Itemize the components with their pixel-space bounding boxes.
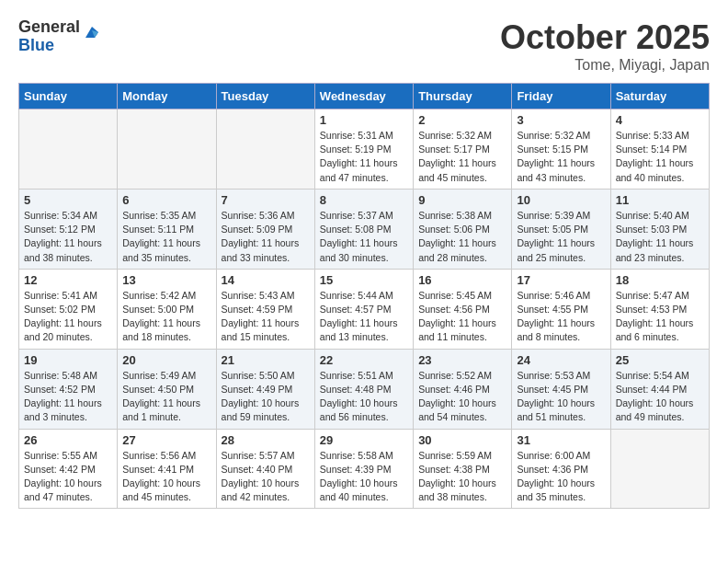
day-number: 28 [222,433,310,447]
day-header-tuesday: Tuesday [216,84,314,109]
page-header: General Blue October 2025 Tome, Miyagi, … [18,18,710,74]
calendar-cell: 23Sunrise: 5:52 AM Sunset: 4:46 PM Dayli… [414,349,512,429]
week-row-1: 1Sunrise: 5:31 AM Sunset: 5:19 PM Daylig… [19,109,710,190]
day-header-friday: Friday [512,84,610,109]
calendar-cell: 22Sunrise: 5:51 AM Sunset: 4:48 PM Dayli… [314,349,413,429]
day-number: 10 [517,193,605,207]
calendar-cell: 2Sunrise: 5:32 AM Sunset: 5:17 PM Daylig… [414,109,512,190]
day-info: Sunrise: 5:50 AM Sunset: 4:49 PM Dayligh… [222,369,310,425]
day-number: 18 [616,273,704,287]
day-number: 8 [320,193,408,207]
week-row-2: 5Sunrise: 5:34 AM Sunset: 5:12 PM Daylig… [19,189,710,269]
day-info: Sunrise: 5:57 AM Sunset: 4:40 PM Dayligh… [222,449,310,505]
calendar-cell: 6Sunrise: 5:35 AM Sunset: 5:11 PM Daylig… [118,189,216,269]
day-info: Sunrise: 5:35 AM Sunset: 5:11 PM Dayligh… [122,209,210,265]
day-header-saturday: Saturday [610,84,709,109]
logo-blue-text: Blue [18,37,80,55]
day-number: 14 [222,273,310,287]
day-info: Sunrise: 5:53 AM Sunset: 4:45 PM Dayligh… [517,369,605,425]
day-info: Sunrise: 5:51 AM Sunset: 4:48 PM Dayligh… [320,369,408,425]
calendar-cell: 1Sunrise: 5:31 AM Sunset: 5:19 PM Daylig… [314,109,413,190]
day-number: 3 [517,113,605,127]
calendar-table: SundayMondayTuesdayWednesdayThursdayFrid… [18,83,710,509]
day-info: Sunrise: 5:37 AM Sunset: 5:08 PM Dayligh… [320,209,408,265]
day-number: 5 [24,193,112,207]
day-info: Sunrise: 5:44 AM Sunset: 4:57 PM Dayligh… [320,289,408,345]
logo: General Blue [18,18,100,55]
calendar-cell: 5Sunrise: 5:34 AM Sunset: 5:12 PM Daylig… [19,189,118,269]
day-info: Sunrise: 5:59 AM Sunset: 4:38 PM Dayligh… [418,449,506,505]
calendar-cell: 31Sunrise: 6:00 AM Sunset: 4:36 PM Dayli… [512,429,610,509]
calendar-cell: 25Sunrise: 5:54 AM Sunset: 4:44 PM Dayli… [610,349,709,429]
day-info: Sunrise: 5:31 AM Sunset: 5:19 PM Dayligh… [320,129,408,185]
calendar-cell: 9Sunrise: 5:38 AM Sunset: 5:06 PM Daylig… [414,189,512,269]
calendar-cell: 18Sunrise: 5:47 AM Sunset: 4:53 PM Dayli… [610,269,709,349]
day-info: Sunrise: 5:33 AM Sunset: 5:14 PM Dayligh… [616,129,704,185]
day-number: 27 [122,433,210,447]
day-header-wednesday: Wednesday [314,84,413,109]
calendar-cell: 10Sunrise: 5:39 AM Sunset: 5:05 PM Dayli… [512,189,610,269]
day-info: Sunrise: 5:45 AM Sunset: 4:56 PM Dayligh… [418,289,506,345]
title-block: October 2025 Tome, Miyagi, Japan [500,18,710,74]
calendar-cell: 28Sunrise: 5:57 AM Sunset: 4:40 PM Dayli… [216,429,314,509]
calendar-cell: 7Sunrise: 5:36 AM Sunset: 5:09 PM Daylig… [216,189,314,269]
day-info: Sunrise: 5:43 AM Sunset: 4:59 PM Dayligh… [222,289,310,345]
month-title: October 2025 [500,18,710,57]
calendar-cell: 11Sunrise: 5:40 AM Sunset: 5:03 PM Dayli… [610,189,709,269]
calendar-cell: 15Sunrise: 5:44 AM Sunset: 4:57 PM Dayli… [314,269,413,349]
day-info: Sunrise: 5:34 AM Sunset: 5:12 PM Dayligh… [24,209,112,265]
calendar-cell: 12Sunrise: 5:41 AM Sunset: 5:02 PM Dayli… [19,269,118,349]
day-info: Sunrise: 5:49 AM Sunset: 4:50 PM Dayligh… [122,369,210,425]
day-number: 12 [24,273,112,287]
day-info: Sunrise: 5:36 AM Sunset: 5:09 PM Dayligh… [222,209,310,265]
day-info: Sunrise: 6:00 AM Sunset: 4:36 PM Dayligh… [517,449,605,505]
week-row-4: 19Sunrise: 5:48 AM Sunset: 4:52 PM Dayli… [19,349,710,429]
day-info: Sunrise: 5:39 AM Sunset: 5:05 PM Dayligh… [517,209,605,265]
day-number: 29 [320,433,408,447]
day-number: 30 [418,433,506,447]
day-number: 21 [222,353,310,367]
day-number: 19 [24,353,112,367]
week-row-3: 12Sunrise: 5:41 AM Sunset: 5:02 PM Dayli… [19,269,710,349]
day-info: Sunrise: 5:32 AM Sunset: 5:17 PM Dayligh… [418,129,506,185]
calendar-cell: 21Sunrise: 5:50 AM Sunset: 4:49 PM Dayli… [216,349,314,429]
day-number: 25 [616,353,704,367]
day-number: 24 [517,353,605,367]
calendar-cell: 3Sunrise: 5:32 AM Sunset: 5:15 PM Daylig… [512,109,610,190]
day-info: Sunrise: 5:46 AM Sunset: 4:55 PM Dayligh… [517,289,605,345]
day-number: 7 [222,193,310,207]
day-header-thursday: Thursday [414,84,512,109]
day-number: 16 [418,273,506,287]
logo-icon [84,25,100,41]
day-number: 11 [616,193,704,207]
day-number: 6 [122,193,210,207]
logo-general-text: General [18,18,80,37]
calendar-cell: 24Sunrise: 5:53 AM Sunset: 4:45 PM Dayli… [512,349,610,429]
day-number: 22 [320,353,408,367]
day-info: Sunrise: 5:42 AM Sunset: 5:00 PM Dayligh… [122,289,210,345]
day-info: Sunrise: 5:55 AM Sunset: 4:42 PM Dayligh… [24,449,112,505]
day-number: 4 [616,113,704,127]
day-number: 1 [320,113,408,127]
day-number: 20 [122,353,210,367]
calendar-cell [610,429,709,509]
day-number: 26 [24,433,112,447]
day-info: Sunrise: 5:32 AM Sunset: 5:15 PM Dayligh… [517,129,605,185]
calendar-cell: 30Sunrise: 5:59 AM Sunset: 4:38 PM Dayli… [414,429,512,509]
calendar-cell [118,109,216,190]
day-number: 13 [122,273,210,287]
week-row-5: 26Sunrise: 5:55 AM Sunset: 4:42 PM Dayli… [19,429,710,509]
day-info: Sunrise: 5:54 AM Sunset: 4:44 PM Dayligh… [616,369,704,425]
day-number: 31 [517,433,605,447]
day-info: Sunrise: 5:56 AM Sunset: 4:41 PM Dayligh… [122,449,210,505]
calendar-cell: 27Sunrise: 5:56 AM Sunset: 4:41 PM Dayli… [118,429,216,509]
day-header-sunday: Sunday [19,84,118,109]
day-info: Sunrise: 5:41 AM Sunset: 5:02 PM Dayligh… [24,289,112,345]
day-number: 23 [418,353,506,367]
day-info: Sunrise: 5:52 AM Sunset: 4:46 PM Dayligh… [418,369,506,425]
header-row: SundayMondayTuesdayWednesdayThursdayFrid… [19,84,710,109]
day-number: 17 [517,273,605,287]
day-info: Sunrise: 5:38 AM Sunset: 5:06 PM Dayligh… [418,209,506,265]
calendar-cell: 20Sunrise: 5:49 AM Sunset: 4:50 PM Dayli… [118,349,216,429]
day-number: 2 [418,113,506,127]
